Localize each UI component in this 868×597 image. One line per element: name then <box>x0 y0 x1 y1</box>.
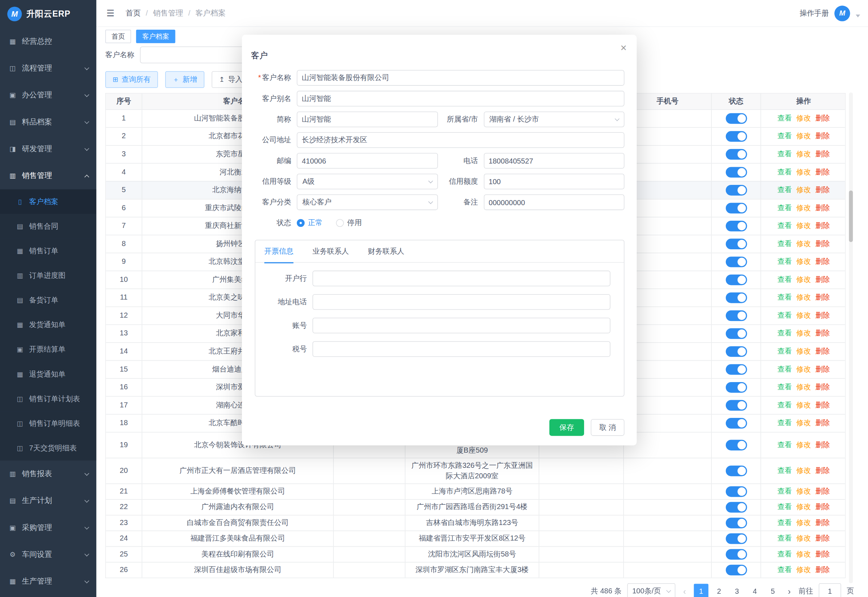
table-row[interactable]: 20广州市正大有一居酒店管理有限公司广州市环市东路326号之一广东亚洲国际大酒店… <box>106 458 845 483</box>
sidebar-item-invoice-settle[interactable]: ▣开票结算单 <box>0 337 96 362</box>
sidebar-item-office[interactable]: ▣办公管理 <box>0 82 96 108</box>
view-link[interactable]: 查看 <box>777 275 792 285</box>
sidebar-item-process[interactable]: ◫流程管理 <box>0 55 96 82</box>
scrollbar-thumb[interactable] <box>849 190 853 242</box>
status-toggle[interactable] <box>726 565 747 575</box>
menu-toggle-icon[interactable]: ☰ <box>106 8 114 18</box>
status-toggle[interactable] <box>726 400 747 411</box>
radio-disabled[interactable]: 停用 <box>336 218 362 228</box>
edit-link[interactable]: 修改 <box>796 275 811 285</box>
view-link[interactable]: 查看 <box>777 203 792 213</box>
status-toggle[interactable] <box>726 293 747 303</box>
view-link[interactable]: 查看 <box>777 382 792 392</box>
view-link[interactable]: 查看 <box>777 328 792 339</box>
edit-link[interactable]: 修改 <box>796 328 811 339</box>
sidebar-item-production[interactable]: ▦生产管理 <box>0 568 96 595</box>
sidebar-item-customer-files[interactable]: ▯客户档案 <box>0 189 96 214</box>
short-name-input[interactable] <box>297 111 438 127</box>
edit-link[interactable]: 修改 <box>796 518 811 528</box>
account-input[interactable] <box>313 318 610 333</box>
edit-link[interactable]: 修改 <box>796 257 811 267</box>
goto-page-input[interactable] <box>819 583 841 597</box>
sidebar-item-sales-order[interactable]: ▦销售订单 <box>0 239 96 263</box>
sidebar-item-order-progress[interactable]: ▥订单进度图 <box>0 263 96 288</box>
next-page-button[interactable]: › <box>785 586 793 596</box>
status-toggle[interactable] <box>726 221 747 231</box>
delete-link[interactable]: 删除 <box>815 502 829 512</box>
view-link[interactable]: 查看 <box>777 502 792 512</box>
status-toggle[interactable] <box>726 275 747 285</box>
delete-link[interactable]: 删除 <box>815 167 829 177</box>
view-link[interactable]: 查看 <box>777 418 792 428</box>
credit-level-select[interactable]: A级 <box>297 174 438 189</box>
edit-link[interactable]: 修改 <box>796 149 811 160</box>
status-toggle[interactable] <box>726 502 747 512</box>
edit-link[interactable]: 修改 <box>796 534 811 544</box>
sidebar-item-purchase[interactable]: ▣采购管理 <box>0 514 96 541</box>
status-toggle[interactable] <box>726 466 747 476</box>
status-toggle[interactable] <box>726 549 747 559</box>
table-row[interactable]: 21上海金师傅餐饮管理有限公司上海市卢湾区思南路78号查看修改删除 <box>106 483 845 499</box>
status-toggle[interactable] <box>726 257 747 267</box>
avatar[interactable]: M <box>834 6 850 21</box>
manual-link[interactable]: 操作手册 <box>800 8 829 18</box>
delete-link[interactable]: 删除 <box>815 565 829 575</box>
delete-link[interactable]: 删除 <box>815 221 829 231</box>
view-link[interactable]: 查看 <box>777 518 792 528</box>
page-button-1[interactable]: 1 <box>694 584 708 597</box>
edit-link[interactable]: 修改 <box>796 466 811 476</box>
view-link[interactable]: 查看 <box>777 466 792 476</box>
credit-limit-input[interactable] <box>484 174 624 189</box>
view-link[interactable]: 查看 <box>777 149 792 160</box>
view-link[interactable]: 查看 <box>777 549 792 559</box>
status-toggle[interactable] <box>726 418 747 428</box>
tax-no-input[interactable] <box>313 341 610 357</box>
delete-link[interactable]: 删除 <box>815 440 829 450</box>
edit-link[interactable]: 修改 <box>796 221 811 231</box>
table-row[interactable]: 26深圳百佳超级市场有限公司深圳市罗湖区东门南路宝丰大厦3楼查看修改删除 <box>106 562 845 578</box>
view-link[interactable]: 查看 <box>777 293 792 303</box>
edit-link[interactable]: 修改 <box>796 418 811 428</box>
tab-customer-files[interactable]: 客户档案 <box>136 30 175 43</box>
bank-input[interactable] <box>313 271 610 286</box>
status-toggle[interactable] <box>726 440 747 450</box>
delete-link[interactable]: 删除 <box>815 487 829 497</box>
edit-link[interactable]: 修改 <box>796 310 811 321</box>
edit-link[interactable]: 修改 <box>796 131 811 141</box>
edit-link[interactable]: 修改 <box>796 185 811 195</box>
delete-link[interactable]: 删除 <box>815 113 829 123</box>
page-size-select[interactable]: 100条/页 <box>627 583 675 597</box>
close-icon[interactable]: × <box>620 43 627 53</box>
status-toggle[interactable] <box>726 113 747 124</box>
sidebar-item-sales-contract[interactable]: ▤销售合同 <box>0 214 96 238</box>
table-scrollbar[interactable] <box>849 92 853 583</box>
phone-input[interactable] <box>484 153 624 169</box>
category-select[interactable]: 核心客户 <box>297 194 438 210</box>
view-link[interactable]: 查看 <box>777 400 792 410</box>
status-toggle[interactable] <box>726 486 747 497</box>
delete-link[interactable]: 删除 <box>815 328 829 339</box>
sidebar-item-rd[interactable]: ◨研发管理 <box>0 136 96 162</box>
status-toggle[interactable] <box>726 346 747 357</box>
view-link[interactable]: 查看 <box>777 310 792 321</box>
query-all-button[interactable]: ⊞查询所有 <box>105 71 158 88</box>
status-toggle[interactable] <box>726 518 747 528</box>
edit-link[interactable]: 修改 <box>796 347 811 357</box>
delete-link[interactable]: 删除 <box>815 257 829 267</box>
sidebar-item-order-plan-table[interactable]: ◫销售订单计划表 <box>0 386 96 411</box>
company-address-input[interactable] <box>297 132 625 148</box>
save-button[interactable]: 保存 <box>550 419 584 436</box>
tab-finance-contact[interactable]: 财务联系人 <box>368 240 404 262</box>
delete-link[interactable]: 删除 <box>815 131 829 141</box>
view-link[interactable]: 查看 <box>777 565 792 575</box>
customer-alias-input[interactable] <box>297 91 625 106</box>
customer-name-input[interactable] <box>297 70 625 86</box>
delete-link[interactable]: 删除 <box>815 518 829 528</box>
delete-link[interactable]: 删除 <box>815 347 829 357</box>
page-button-3[interactable]: 3 <box>730 584 744 597</box>
tab-home[interactable]: 首页 <box>105 30 131 43</box>
delete-link[interactable]: 删除 <box>815 549 829 559</box>
bank-address-phone-input[interactable] <box>313 294 610 310</box>
remark-input[interactable] <box>484 194 624 210</box>
edit-link[interactable]: 修改 <box>796 549 811 559</box>
